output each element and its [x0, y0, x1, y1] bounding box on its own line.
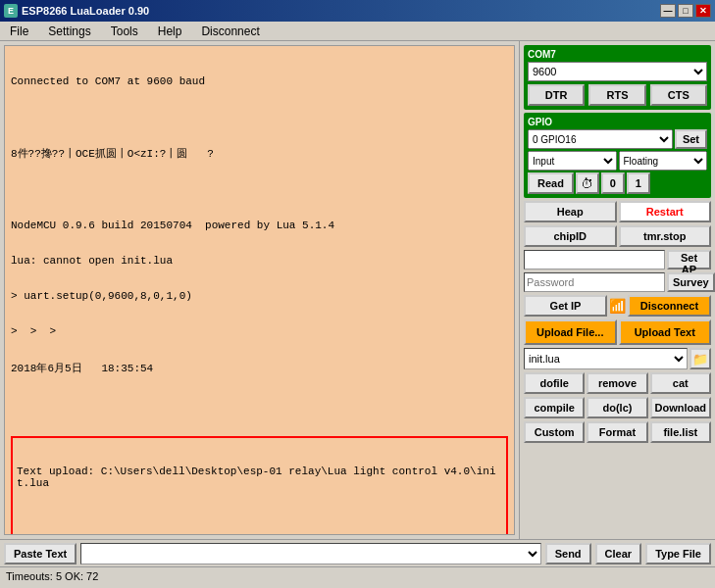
- gpio-mode-select[interactable]: Input Output: [528, 151, 617, 171]
- console-line: Connected to COM7 at 9600 baud: [11, 75, 508, 87]
- console-line: lua: cannot open init.lua: [11, 255, 508, 267]
- gpio-section: GPIO 0 GPIO16 1 GPIO5 2 GPIO4 Set Input …: [524, 113, 711, 198]
- console-line: 2018年6月5日 18:35:54: [11, 361, 508, 375]
- gpio-pull-select[interactable]: Floating Pullup: [619, 151, 708, 171]
- format-button[interactable]: Format: [587, 421, 647, 443]
- rts-button[interactable]: RTS: [588, 84, 645, 106]
- bottom-bar: Paste Text Send Clear Type File: [0, 539, 715, 566]
- console-line: 8件??搀??丨OCE抓圆丨O<zI:?丨圆 ?: [11, 146, 508, 161]
- dofile-button[interactable]: dofile: [524, 372, 585, 394]
- console-line: [17, 513, 502, 524]
- close-button[interactable]: ✕: [695, 4, 711, 18]
- cmd-row-2: compile do(lc) Download: [524, 397, 711, 418]
- ap-row: Set AP: [524, 250, 711, 270]
- wifi-row: Get IP 📶 Disconnect: [524, 295, 711, 317]
- cts-button[interactable]: CTS: [650, 84, 707, 106]
- menu-help[interactable]: Help: [152, 23, 188, 40]
- menu-tools[interactable]: Tools: [105, 23, 144, 40]
- custom-button[interactable]: Custom: [524, 421, 585, 443]
- title-bar: E ESP8266 LuaLoader 0.90 — □ ✕: [0, 0, 715, 22]
- maximize-button[interactable]: □: [678, 4, 693, 18]
- console-text[interactable]: Connected to COM7 at 9600 baud 8件??搀??丨O…: [5, 46, 514, 534]
- password-row: Survey: [524, 272, 711, 292]
- console-line: [11, 399, 508, 411]
- heap-restart-row: Heap Restart: [524, 201, 711, 222]
- minimize-button[interactable]: —: [660, 4, 676, 18]
- menu-file[interactable]: File: [4, 23, 34, 40]
- gpio-read-button[interactable]: Read: [528, 172, 574, 194]
- com-title: COM7: [528, 49, 707, 60]
- chipid-button[interactable]: chipID: [524, 225, 617, 247]
- console-line: Text upload: C:\Users\dell\Desktop\esp-0…: [17, 466, 502, 489]
- paste-select[interactable]: [80, 543, 540, 564]
- wifi-icon: 📶: [609, 298, 626, 314]
- gpio-title: GPIO: [528, 117, 707, 127]
- app-icon: E: [4, 4, 18, 18]
- console-line: [11, 184, 508, 196]
- gpio-pin-select[interactable]: 0 GPIO16 1 GPIO5 2 GPIO4: [528, 129, 673, 149]
- gpio-clock-button[interactable]: ⏱: [576, 172, 599, 194]
- title-controls: — □ ✕: [660, 4, 711, 18]
- uploadtext-button[interactable]: Upload Text: [619, 319, 712, 345]
- window-title: ESP8266 LuaLoader 0.90: [22, 5, 149, 17]
- tmrstop-button[interactable]: tmr.stop: [619, 225, 712, 247]
- console-area: Connected to COM7 at 9600 baud 8件??搀??丨O…: [4, 45, 515, 535]
- clear-button[interactable]: Clear: [595, 543, 642, 564]
- gpio-set-button[interactable]: Set: [675, 129, 707, 149]
- console-line: NodeMCU 0.9.6 build 20150704 powered by …: [11, 220, 508, 231]
- download-button[interactable]: Download: [650, 397, 711, 418]
- gpio-1-button[interactable]: 1: [627, 172, 650, 194]
- com-section: COM7 9600 115200 57600 DTR RTS CTS: [524, 45, 711, 110]
- chipid-tmrstop-row: chipID tmr.stop: [524, 225, 711, 247]
- ap-input[interactable]: [524, 250, 665, 270]
- uploadfile-button[interactable]: Upload File...: [524, 319, 617, 345]
- getip-button[interactable]: Get IP: [524, 295, 607, 317]
- baud-select[interactable]: 9600 115200 57600: [528, 62, 707, 81]
- menu-bar: File Settings Tools Help Disconnect: [0, 22, 715, 41]
- remove-button[interactable]: remove: [587, 372, 647, 394]
- survey-button[interactable]: Survey: [667, 272, 715, 292]
- gpio-read-row: Read ⏱ 0 1: [528, 172, 707, 194]
- right-panel: COM7 9600 115200 57600 DTR RTS CTS GPIO …: [519, 41, 715, 539]
- dtr-rts-row: DTR RTS CTS: [528, 84, 707, 106]
- paste-text-button[interactable]: Paste Text: [4, 543, 77, 564]
- menu-disconnect[interactable]: Disconnect: [195, 23, 265, 40]
- restart-button[interactable]: Restart: [619, 201, 712, 222]
- send-button[interactable]: Send: [545, 543, 591, 564]
- dtr-button[interactable]: DTR: [528, 84, 585, 106]
- setap-button[interactable]: Set AP: [667, 250, 711, 270]
- main-area: Connected to COM7 at 9600 baud 8件??搀??丨O…: [0, 41, 715, 539]
- typefile-button[interactable]: Type File: [645, 543, 711, 564]
- folder-button[interactable]: 📁: [689, 348, 711, 369]
- file-select[interactable]: init.lua: [524, 348, 688, 369]
- gpio-pin-row: 0 GPIO16 1 GPIO5 2 GPIO4 Set: [528, 129, 707, 149]
- filelist-button[interactable]: file.list: [650, 421, 711, 443]
- heap-button[interactable]: Heap: [524, 201, 617, 222]
- status-bar: Timeouts: 5 OK: 72: [0, 566, 715, 584]
- cmd-row-3: Custom Format file.list: [524, 421, 711, 443]
- console-line: [11, 111, 508, 122]
- upload-row: Upload File... Upload Text: [524, 319, 711, 345]
- gpio-0-button[interactable]: 0: [601, 172, 625, 194]
- disconnect-button[interactable]: Disconnect: [628, 295, 711, 317]
- dolc-button[interactable]: do(lc): [587, 397, 647, 418]
- gpio-mode-row: Input Output Floating Pullup: [528, 151, 707, 171]
- password-input[interactable]: [524, 272, 665, 292]
- menu-settings[interactable]: Settings: [42, 23, 96, 40]
- status-text: Timeouts: 5 OK: 72: [6, 570, 98, 582]
- file-row: init.lua 📁: [524, 348, 711, 369]
- cat-button[interactable]: cat: [650, 372, 711, 394]
- cmd-row-1: dofile remove cat: [524, 372, 711, 394]
- compile-button[interactable]: compile: [524, 397, 585, 418]
- console-highlight-block: Text upload: C:\Users\dell\Desktop\esp-0…: [11, 436, 508, 534]
- console-line: > uart.setup(0,9600,8,0,1,0): [11, 290, 508, 302]
- console-line: > > >: [11, 325, 508, 337]
